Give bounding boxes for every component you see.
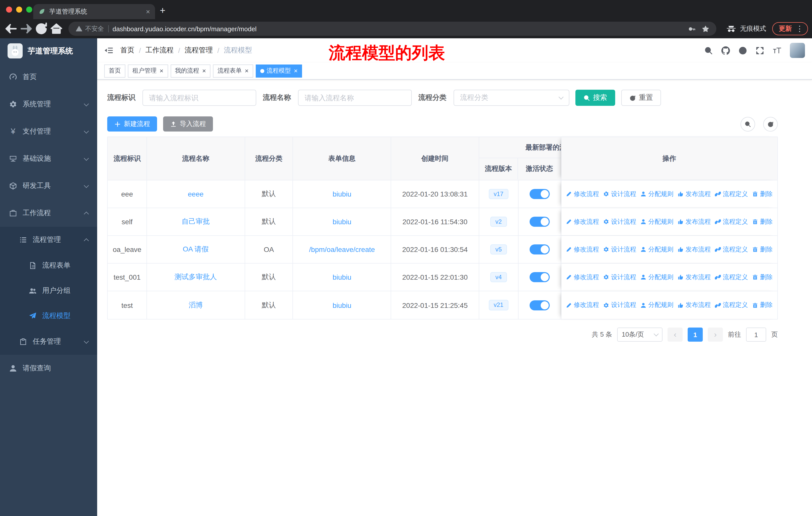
model-name-link[interactable]: 滔博 xyxy=(188,301,203,310)
sidebar-item-devtools[interactable]: 研发工具 xyxy=(0,172,97,199)
row-action-design[interactable]: 设计流程 xyxy=(603,273,636,281)
row-action-design[interactable]: 设计流程 xyxy=(603,301,636,309)
breadcrumb-item[interactable]: 工作流程 xyxy=(145,46,174,55)
security-chip[interactable]: 不安全 xyxy=(76,24,104,33)
tag-1[interactable]: 租户管理× xyxy=(128,64,168,77)
form-info-link[interactable]: biubiu xyxy=(332,301,351,309)
process-category-select[interactable]: 流程分类 xyxy=(454,90,569,106)
sidebar-item-user-group[interactable]: 用户分组 xyxy=(0,278,97,303)
row-action-publish[interactable]: 发布流程 xyxy=(677,190,711,198)
sidebar-item-process-manage[interactable]: 流程管理 xyxy=(0,227,97,253)
tag-close-icon[interactable]: × xyxy=(294,67,298,75)
sidebar-fold-icon[interactable] xyxy=(104,46,113,55)
model-name-link[interactable]: OA 请假 xyxy=(183,245,209,254)
sidebar-item-payment[interactable]: ¥支付管理 xyxy=(0,118,97,145)
model-name-link[interactable]: 自己审批 xyxy=(181,217,210,226)
new-tab-button[interactable]: + xyxy=(155,3,170,18)
next-page-button[interactable]: › xyxy=(708,328,723,342)
tag-active[interactable]: 流程模型× xyxy=(256,64,302,77)
row-action-modify[interactable]: 修改流程 xyxy=(566,190,599,198)
breadcrumb-item[interactable]: 流程管理 xyxy=(185,46,213,55)
row-action-delete[interactable]: 删除 xyxy=(752,301,773,309)
row-action-definition[interactable]: 流程定义 xyxy=(715,245,748,254)
create-process-button[interactable]: 新建流程 xyxy=(107,116,157,132)
address-bar[interactable]: 不安全 dashboard.yudao.iocoder.cn/bpm/manag… xyxy=(68,22,716,36)
active-status-toggle[interactable] xyxy=(529,244,549,254)
tag-close-icon[interactable]: × xyxy=(245,67,249,75)
model-name-link[interactable]: eeee xyxy=(188,190,203,198)
row-action-definition[interactable]: 流程定义 xyxy=(715,301,748,309)
row-action-design[interactable]: 设计流程 xyxy=(603,245,636,254)
sidebar-logo[interactable]: 芋道管理系统 xyxy=(0,38,97,63)
row-action-definition[interactable]: 流程定义 xyxy=(715,190,748,198)
row-action-assign-rule[interactable]: 分配规则 xyxy=(640,245,673,254)
browser-menu-icon[interactable]: ⋮ xyxy=(794,24,806,33)
tag-0[interactable]: 首页 xyxy=(104,64,125,77)
form-info-link[interactable]: biubiu xyxy=(332,190,351,198)
zoom-window-button[interactable] xyxy=(26,6,32,12)
help-icon[interactable] xyxy=(738,46,747,55)
process-name-input[interactable] xyxy=(298,90,412,106)
row-action-design[interactable]: 设计流程 xyxy=(603,190,636,198)
row-action-assign-rule[interactable]: 分配规则 xyxy=(640,273,673,281)
row-action-delete[interactable]: 删除 xyxy=(752,245,773,254)
process-key-input[interactable] xyxy=(142,90,256,106)
sidebar-item-leave-query[interactable]: 请假查询 xyxy=(0,355,97,382)
minimize-window-button[interactable] xyxy=(16,6,22,12)
tag-2[interactable]: 我的流程× xyxy=(170,64,210,77)
page-size-select[interactable]: 10条/页 xyxy=(617,328,663,342)
forward-icon[interactable] xyxy=(19,22,33,36)
form-info-link[interactable]: biubiu xyxy=(332,218,351,226)
form-info-link[interactable]: biubiu xyxy=(332,273,351,281)
active-status-toggle[interactable] xyxy=(529,272,549,282)
breadcrumb-item[interactable]: 流程模型 xyxy=(224,46,252,55)
row-action-modify[interactable]: 修改流程 xyxy=(566,217,599,226)
toggle-search-button[interactable] xyxy=(741,117,755,131)
active-status-toggle[interactable] xyxy=(529,217,549,227)
row-action-publish[interactable]: 发布流程 xyxy=(677,301,711,309)
row-action-design[interactable]: 设计流程 xyxy=(603,217,636,226)
close-window-button[interactable] xyxy=(6,6,12,12)
row-action-assign-rule[interactable]: 分配规则 xyxy=(640,190,673,198)
header-search-icon[interactable] xyxy=(704,46,713,55)
tab-close-icon[interactable]: × xyxy=(146,7,150,16)
back-icon[interactable] xyxy=(4,22,18,36)
sidebar-item-task-manage[interactable]: 任务管理 xyxy=(0,329,97,355)
sidebar-item-infrastructure[interactable]: 基础设施 xyxy=(0,145,97,172)
update-button[interactable]: 更新 ⋮ xyxy=(772,22,808,35)
bookmark-star-icon[interactable] xyxy=(702,25,709,32)
tag-3[interactable]: 流程表单× xyxy=(213,64,253,77)
prev-page-button[interactable]: ‹ xyxy=(668,328,683,342)
reset-button[interactable]: 重置 xyxy=(621,90,661,106)
goto-page-input[interactable] xyxy=(746,328,766,342)
password-key-icon[interactable] xyxy=(688,25,696,32)
page-1-button[interactable]: 1 xyxy=(688,328,703,342)
browser-tab[interactable]: 芋道管理系统 × xyxy=(33,4,155,19)
github-icon[interactable] xyxy=(721,46,730,55)
row-action-publish[interactable]: 发布流程 xyxy=(677,245,711,254)
row-action-delete[interactable]: 删除 xyxy=(752,273,773,281)
tag-close-icon[interactable]: × xyxy=(160,67,163,75)
user-avatar[interactable] xyxy=(790,43,805,58)
refresh-table-button[interactable] xyxy=(763,117,778,131)
model-name-link[interactable]: 测试多审批人 xyxy=(174,273,217,282)
sidebar-item-home[interactable]: 首页 xyxy=(0,63,97,91)
tag-close-icon[interactable]: × xyxy=(202,67,206,75)
row-action-modify[interactable]: 修改流程 xyxy=(566,273,599,281)
sidebar-item-process-form[interactable]: 流程表单 xyxy=(0,253,97,278)
sidebar-item-workflow[interactable]: 工作流程 xyxy=(0,199,97,227)
row-action-definition[interactable]: 流程定义 xyxy=(715,273,748,281)
row-action-publish[interactable]: 发布流程 xyxy=(677,217,711,226)
reload-icon[interactable] xyxy=(34,22,48,36)
row-action-assign-rule[interactable]: 分配规则 xyxy=(640,217,673,226)
row-action-definition[interactable]: 流程定义 xyxy=(715,217,748,226)
row-action-delete[interactable]: 删除 xyxy=(752,190,773,198)
sidebar-item-system[interactable]: 系统管理 xyxy=(0,91,97,118)
row-action-delete[interactable]: 删除 xyxy=(752,217,773,226)
sidebar-item-process-model[interactable]: 流程模型 xyxy=(0,303,97,329)
search-button[interactable]: 搜索 xyxy=(575,90,615,106)
row-action-assign-rule[interactable]: 分配规则 xyxy=(640,301,673,309)
breadcrumb-item[interactable]: 首页 xyxy=(120,46,135,55)
row-action-modify[interactable]: 修改流程 xyxy=(566,301,599,309)
import-process-button[interactable]: 导入流程 xyxy=(163,116,213,132)
